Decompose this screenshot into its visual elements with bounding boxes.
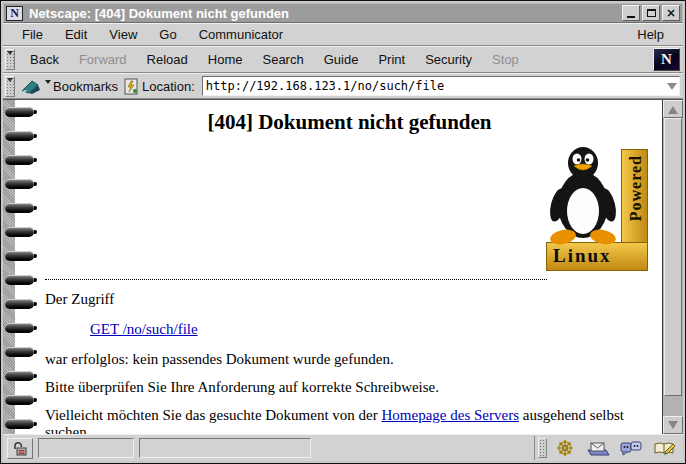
navigator-wheel-icon: [554, 439, 576, 457]
navigator-component-button[interactable]: [550, 437, 580, 459]
divider-top: [45, 279, 547, 280]
minimize-button[interactable]: [622, 5, 640, 21]
menu-view[interactable]: View: [98, 24, 148, 45]
minimize-icon: [627, 16, 635, 18]
close-icon: ×: [666, 7, 676, 19]
binding-ring: [5, 419, 34, 429]
toolbar-collapse-grip[interactable]: [5, 49, 15, 70]
menu-bar: File Edit View Go Communicator Help: [3, 23, 683, 46]
binding-ring: [5, 323, 34, 333]
print-button[interactable]: Print: [368, 48, 415, 71]
binding-ring: [5, 227, 34, 237]
mailbox-component-button[interactable]: [583, 437, 613, 459]
close-button[interactable]: ×: [662, 5, 680, 21]
binding-ring: [5, 299, 34, 309]
netscape-app-icon: N: [6, 6, 23, 21]
tux-penguin-icon: [546, 145, 622, 245]
binding-ring: [5, 371, 34, 381]
location-page-icon: [123, 78, 140, 95]
toolbar-collapse-grip[interactable]: [5, 76, 15, 97]
mail-inbox-icon: [586, 440, 610, 457]
bookmarks-button[interactable]: [20, 78, 51, 95]
discussions-icon: [619, 440, 643, 457]
status-bar: [3, 434, 683, 461]
linux-logo-linux-text: Linux: [553, 245, 612, 267]
search-button[interactable]: Search: [252, 48, 313, 71]
window-title: Netscape: [404] Dokument nicht gefunden: [23, 6, 620, 21]
bookmarks-label[interactable]: Bookmarks: [53, 79, 118, 94]
binding-ring: [5, 251, 34, 261]
binding-ring: [5, 203, 34, 213]
location-label: Location:: [142, 79, 195, 94]
security-status-button[interactable]: [7, 438, 33, 459]
notebook-binding-rings: [3, 100, 39, 434]
netscape-throbber-icon[interactable]: N: [653, 48, 680, 71]
url-history-dropdown-button[interactable]: [664, 77, 679, 95]
bookmark-quill-icon: [20, 78, 44, 95]
menu-help[interactable]: Help: [626, 24, 675, 45]
navigation-toolbar: Back Forward Reload Home Search Guide Pr…: [3, 46, 683, 73]
arrow-down-icon: [668, 421, 678, 434]
composer-icon: [652, 440, 676, 457]
location-proxy-icon-button[interactable]: [123, 78, 140, 95]
status-message-panel: [139, 438, 311, 458]
binding-ring: [5, 395, 34, 405]
back-button[interactable]: Back: [20, 48, 69, 71]
binding-ring: [5, 275, 34, 285]
stop-button: Stop: [482, 48, 529, 71]
scroll-down-button[interactable]: [663, 416, 683, 434]
guide-button[interactable]: Guide: [314, 48, 369, 71]
request-line: GET /no/such/file: [90, 321, 654, 338]
binding-ring: [5, 347, 34, 357]
binding-ring: [5, 179, 34, 189]
result-text: war erfolglos: kein passendes Dokument w…: [45, 351, 654, 368]
home-button[interactable]: Home: [198, 48, 253, 71]
request-link[interactable]: GET /no/such/file: [90, 321, 198, 337]
linux-powered-logo: Powered Linux: [546, 145, 648, 271]
check-spelling-text: Bitte überprüfen Sie Ihre Anforderung au…: [45, 379, 654, 396]
vertical-scrollbar[interactable]: [662, 100, 683, 434]
forward-button: Forward: [69, 48, 137, 71]
bookmarks-dropdown-icon: [45, 80, 51, 87]
menu-edit[interactable]: Edit: [54, 24, 98, 45]
binding-ring: [5, 107, 34, 117]
page-title: [404] Dokument nicht gefunden: [45, 110, 654, 135]
title-bar[interactable]: N Netscape: [404] Dokument nicht gefunde…: [3, 3, 683, 23]
scroll-up-button[interactable]: [663, 100, 683, 118]
status-progress-panel: [38, 438, 134, 458]
component-bar-grip[interactable]: [538, 438, 547, 458]
menu-go[interactable]: Go: [148, 24, 187, 45]
location-toolbar: Bookmarks Location:: [3, 73, 683, 99]
binding-ring: [5, 155, 34, 165]
binding-ring: [5, 131, 34, 141]
url-input[interactable]: [203, 78, 664, 94]
url-field-frame: [202, 76, 680, 96]
maximize-icon: [647, 9, 656, 17]
search-suggestion-pre: Vielleicht möchten Sie das gesuchte Doku…: [45, 407, 382, 423]
search-suggestion-text: Vielleicht möchten Sie das gesuchte Doku…: [45, 407, 654, 434]
linux-logo-powered-text: Powered: [627, 155, 645, 221]
netscape-window: N Netscape: [404] Dokument nicht gefunde…: [0, 0, 686, 464]
chevron-down-icon: [667, 83, 677, 95]
reload-button[interactable]: Reload: [137, 48, 198, 71]
arrow-up-icon: [668, 101, 678, 114]
unlocked-padlock-icon: [13, 441, 27, 456]
menu-communicator[interactable]: Communicator: [188, 24, 295, 45]
maximize-button[interactable]: [642, 5, 660, 21]
security-button[interactable]: Security: [415, 48, 482, 71]
scrollbar-track[interactable]: [663, 118, 683, 416]
menu-file[interactable]: File: [11, 24, 54, 45]
homepage-link[interactable]: Homepage des Servers: [382, 407, 519, 423]
composer-component-button[interactable]: [649, 437, 679, 459]
browser-viewport: [404] Dokument nicht gefunden Powered Li…: [3, 99, 683, 434]
document-page: [404] Dokument nicht gefunden Powered Li…: [3, 100, 662, 434]
component-bar: [534, 436, 679, 460]
scrollbar-thumb[interactable]: [664, 118, 682, 396]
discussions-component-button[interactable]: [616, 437, 646, 459]
intro-text: Der Zugriff: [45, 291, 654, 308]
